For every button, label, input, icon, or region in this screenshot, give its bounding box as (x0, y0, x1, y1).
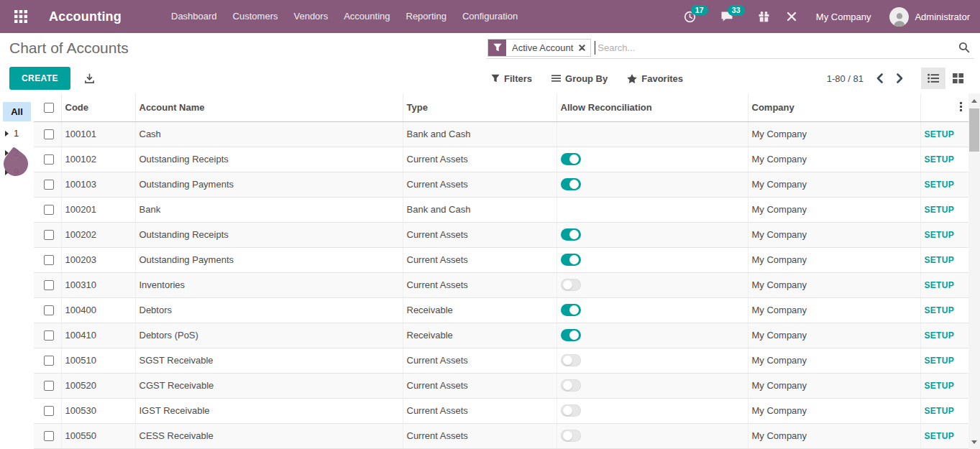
row-checkbox[interactable] (44, 230, 54, 240)
row-checkbox[interactable] (44, 406, 54, 416)
reconciliation-toggle[interactable] (561, 304, 581, 316)
setup-button[interactable]: SETUP (925, 154, 955, 165)
setup-button[interactable]: SETUP (925, 305, 955, 315)
setup-button[interactable]: SETUP (925, 129, 955, 139)
setup-button[interactable]: SETUP (925, 406, 955, 416)
account-row[interactable]: 100550 CESS Receivable Current Assets My… (34, 423, 968, 448)
group-search-panel: All 1 2 9 (0, 93, 34, 449)
kanban-view-icon[interactable] (945, 68, 970, 89)
reconciliation-toggle[interactable] (561, 228, 581, 241)
setup-button[interactable]: SETUP (925, 180, 955, 190)
row-checkbox[interactable] (44, 180, 54, 190)
row-checkbox[interactable] (44, 154, 54, 165)
account-row[interactable]: 100520 CGST Receivable Current Assets My… (34, 373, 968, 398)
account-row[interactable]: 100202 Outstanding Receipts Current Asse… (34, 222, 968, 247)
list-view-icon[interactable] (921, 68, 945, 89)
account-row[interactable]: 100410 Debtors (PoS) Receivable My Compa… (34, 323, 968, 348)
reconciliation-toggle[interactable] (561, 254, 581, 266)
header-company[interactable]: Company (748, 93, 920, 121)
cell-type: Current Assets (403, 423, 557, 448)
cell-company: My Company (748, 373, 920, 398)
select-all-checkbox[interactable] (44, 103, 54, 113)
row-checkbox[interactable] (44, 381, 54, 391)
company-switcher[interactable]: My Company (816, 11, 871, 22)
row-checkbox[interactable] (44, 356, 54, 366)
reconciliation-toggle[interactable] (561, 379, 581, 392)
toggle-knob (569, 180, 579, 189)
user-menu[interactable]: Administrator (889, 7, 970, 27)
optional-columns-icon[interactable] (960, 102, 962, 113)
search-icon[interactable] (958, 42, 970, 53)
account-row[interactable]: 100103 Outstanding Payments Current Asse… (34, 172, 968, 197)
nav-menu-item[interactable]: Dashboard (163, 0, 225, 33)
account-row[interactable]: 100400 Debtors Receivable My Company SET… (34, 297, 968, 323)
nav-menu-item[interactable]: Configuration (454, 0, 526, 33)
app-title[interactable]: Accounting (49, 9, 122, 24)
reconciliation-toggle[interactable] (561, 279, 581, 291)
cell-company: My Company (748, 147, 920, 172)
setup-button[interactable]: SETUP (925, 205, 955, 215)
cell-account-name: Outstanding Receipts (135, 222, 403, 247)
favorites-button[interactable]: Favorites (627, 73, 683, 84)
facet-remove-icon[interactable] (579, 40, 590, 56)
row-checkbox[interactable] (44, 280, 54, 290)
scrollbar-thumb[interactable] (969, 108, 979, 152)
nav-menu-item[interactable]: Customers (225, 0, 286, 33)
group-by-button[interactable]: Group By (551, 73, 608, 84)
sidebar-group-item[interactable]: All (3, 102, 31, 121)
search-input[interactable] (595, 42, 958, 53)
tools-icon[interactable] (786, 11, 797, 22)
reconciliation-toggle[interactable] (561, 354, 581, 366)
account-row[interactable]: 100101 Cash Bank and Cash My Company SET… (34, 121, 968, 147)
setup-button[interactable]: SETUP (925, 280, 955, 290)
setup-button[interactable]: SETUP (925, 255, 955, 265)
setup-button[interactable]: SETUP (925, 381, 955, 391)
row-checkbox[interactable] (44, 305, 54, 315)
row-checkbox[interactable] (44, 129, 54, 139)
gift-icon[interactable] (758, 11, 770, 23)
row-checkbox[interactable] (44, 255, 54, 265)
setup-button[interactable]: SETUP (925, 330, 955, 341)
account-row[interactable]: 100510 SGST Receivable Current Assets My… (34, 348, 968, 373)
account-row[interactable]: 100530 IGST Receivable Current Assets My… (34, 398, 968, 423)
toggle-knob (563, 381, 572, 390)
export-download-icon[interactable] (84, 73, 95, 84)
scroll-down-icon[interactable] (968, 436, 980, 448)
apps-menu-icon[interactable] (13, 9, 29, 24)
reconciliation-toggle[interactable] (561, 404, 581, 417)
pager-previous-icon[interactable] (876, 73, 884, 84)
scroll-up-icon[interactable] (968, 95, 980, 106)
reconciliation-toggle[interactable] (561, 153, 581, 165)
nav-menu-item[interactable]: Vendors (285, 0, 336, 33)
header-account-name[interactable]: Account Name (135, 93, 403, 121)
account-row[interactable]: 100102 Outstanding Receipts Current Asse… (34, 147, 968, 172)
activities-icon[interactable]: 17 (684, 11, 696, 23)
header-code[interactable]: Code (61, 93, 135, 121)
row-checkbox[interactable] (44, 431, 54, 441)
cell-code: 100201 (61, 197, 135, 222)
nav-menu-item[interactable]: Accounting (336, 0, 398, 33)
pager-next-icon[interactable] (896, 73, 904, 84)
reconciliation-toggle[interactable] (561, 329, 581, 341)
create-button[interactable]: CREATE (9, 67, 70, 90)
sidebar-group-item[interactable]: 1 (0, 124, 34, 143)
filters-button[interactable]: Filters (491, 73, 532, 84)
row-checkbox[interactable] (44, 330, 54, 341)
setup-button[interactable]: SETUP (925, 431, 955, 441)
reconciliation-toggle[interactable] (561, 430, 581, 442)
account-row[interactable]: 100203 Outstanding Payments Current Asse… (34, 247, 968, 272)
setup-button[interactable]: SETUP (925, 230, 955, 240)
reconciliation-toggle[interactable] (561, 178, 581, 190)
messages-icon[interactable]: 33 (720, 11, 733, 22)
account-row[interactable]: 100201 Bank Bank and Cash My Company SET… (34, 197, 968, 222)
account-row[interactable]: 100310 Inventories Current Assets My Com… (34, 272, 968, 297)
setup-button[interactable]: SETUP (925, 356, 955, 366)
header-type[interactable]: Type (403, 93, 557, 121)
header-allow-reconciliation[interactable]: Allow Reconciliation (557, 93, 748, 121)
vertical-scrollbar[interactable] (968, 93, 980, 449)
search-bar[interactable]: Active Account (486, 37, 974, 59)
cell-type: Current Assets (403, 398, 557, 423)
toggle-knob (569, 154, 579, 164)
row-checkbox[interactable] (44, 205, 54, 215)
nav-menu-item[interactable]: Reporting (398, 0, 454, 33)
